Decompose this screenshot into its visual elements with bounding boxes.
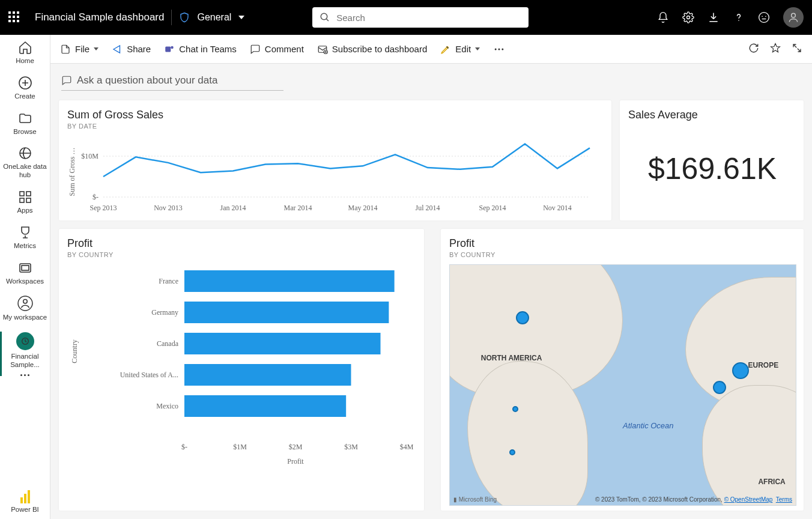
share-button[interactable]: Share <box>112 44 151 55</box>
tile-subtitle: BY COUNTRY <box>449 251 796 258</box>
subscribe-button[interactable]: Subscribe to dashboard <box>317 44 427 55</box>
chat-teams-button[interactable]: Chat in Teams <box>164 44 237 55</box>
chevron-down-icon <box>475 47 480 50</box>
svg-text:Sep 2013: Sep 2013 <box>90 204 117 212</box>
svg-point-8 <box>792 13 796 17</box>
svg-rect-14 <box>26 198 31 202</box>
nav-my-workspace[interactable]: My workspace <box>0 290 50 327</box>
comment-button[interactable]: Comment <box>250 44 304 55</box>
tile-profit-bar[interactable]: Profit BY COUNTRY FranceGermanyCanadaUni… <box>59 229 424 511</box>
map-marker[interactable] <box>516 311 529 324</box>
tile-gross-sales[interactable]: Sum of Gross Sales BY DATE $-$10MSum of … <box>59 100 611 220</box>
nav-create[interactable]: Create <box>0 70 50 106</box>
svg-rect-40 <box>184 270 395 292</box>
svg-point-2 <box>686 16 689 19</box>
nav-onelake[interactable]: OneLake data hub <box>0 141 50 184</box>
favorite-icon[interactable] <box>770 43 781 55</box>
tile-title: Profit <box>449 237 796 250</box>
kpi-value: $169.61K <box>628 121 796 216</box>
osm-link[interactable]: © OpenStreetMap <box>724 496 773 503</box>
more-options[interactable] <box>493 43 505 55</box>
svg-text:Mexico: Mexico <box>156 402 178 410</box>
terms-link[interactable]: Terms <box>776 496 792 503</box>
nav-label: Apps <box>17 207 32 215</box>
svg-text:Mar 2014: Mar 2014 <box>284 204 312 212</box>
svg-point-25 <box>498 48 500 50</box>
left-nav: Home Create Browse OneLake data hub Apps… <box>0 35 50 519</box>
nav-label: Home <box>16 57 34 65</box>
nav-label: Workspaces <box>6 278 44 286</box>
subscribe-label: Subscribe to dashboard <box>332 44 427 54</box>
svg-text:France: France <box>159 277 178 285</box>
svg-point-26 <box>501 48 503 50</box>
tile-title: Sum of Gross Sales <box>67 109 604 121</box>
file-menu[interactable]: File <box>60 44 98 55</box>
chat-label: Chat in Teams <box>179 44 237 54</box>
svg-text:$1M: $1M <box>233 443 247 451</box>
nav-home[interactable]: Home <box>0 35 50 70</box>
refresh-icon[interactable] <box>748 43 759 55</box>
map-label-na: NORTH AMERICA <box>481 354 542 362</box>
nav-label: My workspace <box>3 314 47 322</box>
qa-box[interactable]: Ask a question about your data <box>61 72 283 91</box>
download-icon[interactable] <box>707 11 720 23</box>
svg-point-5 <box>759 13 769 23</box>
svg-line-1 <box>327 19 329 21</box>
svg-text:Profit: Profit <box>287 457 304 466</box>
svg-text:Nov 2014: Nov 2014 <box>543 204 572 212</box>
svg-rect-12 <box>26 192 31 196</box>
edit-button[interactable]: Edit <box>440 44 480 55</box>
svg-text:Nov 2013: Nov 2013 <box>154 204 183 212</box>
search-input[interactable] <box>336 13 521 23</box>
feedback-icon[interactable] <box>758 11 770 23</box>
app-launcher-icon[interactable] <box>8 11 20 23</box>
search-box[interactable] <box>312 7 529 28</box>
map-visual[interactable]: NORTH AMERICA EUROPE AFRICA Atlantic Oce… <box>449 264 796 506</box>
svg-rect-46 <box>184 364 351 386</box>
svg-point-0 <box>321 13 328 20</box>
tile-profit-map[interactable]: Profit BY COUNTRY NORTH AMERICA EUROPE A… <box>441 229 804 511</box>
nav-powerbi[interactable]: Power BI <box>0 485 50 519</box>
svg-text:Sep 2014: Sep 2014 <box>479 204 506 212</box>
sensitivity-shield-icon <box>179 11 190 23</box>
chevron-down-icon[interactable] <box>238 16 244 19</box>
content-area: File Share Chat in Teams Comment Subscri… <box>50 35 812 519</box>
nav-apps[interactable]: Apps <box>0 184 50 220</box>
svg-text:$-: $- <box>181 443 187 451</box>
tile-sales-average[interactable]: Sales Average $169.61K <box>620 100 804 220</box>
svg-text:Canada: Canada <box>157 339 179 348</box>
chat-icon <box>61 75 72 86</box>
settings-icon[interactable] <box>682 11 694 23</box>
svg-point-6 <box>762 16 763 17</box>
map-label-af: AFRICA <box>758 478 785 486</box>
tile-subtitle: BY DATE <box>67 123 604 130</box>
qa-placeholder: Ask a question about your data <box>77 74 217 86</box>
help-icon[interactable] <box>733 11 745 23</box>
map-marker[interactable] <box>732 362 749 379</box>
svg-text:$2M: $2M <box>289 443 303 451</box>
nav-label: OneLake data hub <box>0 163 50 180</box>
svg-rect-11 <box>20 192 24 196</box>
nav-browse[interactable]: Browse <box>0 106 50 141</box>
notifications-icon[interactable] <box>657 11 669 23</box>
more-icon[interactable] <box>20 374 29 376</box>
line-chart: $-$10MSum of Gross …Sep 2013Nov 2013Jan … <box>67 130 604 216</box>
map-marker[interactable] <box>509 449 515 455</box>
top-right-icons <box>657 7 804 28</box>
svg-text:United States of A...: United States of A... <box>120 371 178 379</box>
nav-label: Browse <box>13 128 36 136</box>
nav-workspaces[interactable]: Workspaces <box>0 255 50 291</box>
account-avatar[interactable] <box>783 7 804 28</box>
svg-rect-16 <box>22 266 29 270</box>
sensitivity-label[interactable]: General <box>197 12 231 23</box>
svg-rect-20 <box>165 46 171 52</box>
nav-label: Financial Sample... <box>0 353 50 369</box>
nav-financial-sample[interactable]: Financial Sample... <box>0 327 50 381</box>
map-credits: © 2023 TomTom, © 2023 Microsoft Corporat… <box>595 496 792 503</box>
tile-subtitle: BY COUNTRY <box>67 251 417 258</box>
share-label: Share <box>127 44 151 54</box>
svg-rect-42 <box>184 302 389 323</box>
tile-title: Profit <box>67 237 417 250</box>
fullscreen-icon[interactable] <box>792 43 802 55</box>
nav-metrics[interactable]: Metrics <box>0 220 50 255</box>
